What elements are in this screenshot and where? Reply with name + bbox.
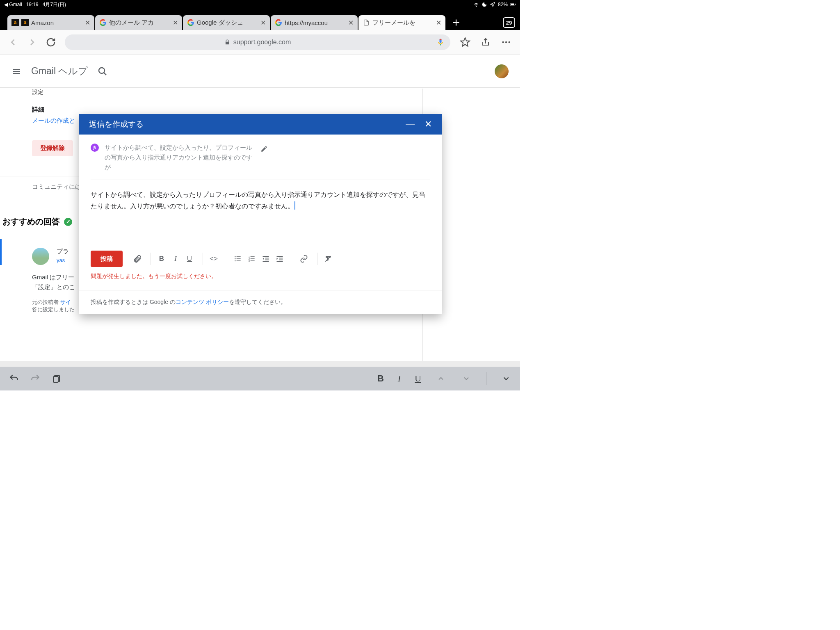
reply-modal: 返信を作成する — ✕ き サイトから調べて、設定から入ったり、プロフィールの写… xyxy=(79,114,442,314)
tab-freemail[interactable]: フリーメールを ✕ xyxy=(358,15,445,30)
content-policy-link[interactable]: コンテンツ ポリシー xyxy=(176,299,229,305)
error-message: 問題が発生しました。もう一度お試しください。 xyxy=(91,273,430,280)
share-button[interactable] xyxy=(480,37,491,48)
user-badge-icon: き xyxy=(91,144,99,152)
edit-subject-button[interactable] xyxy=(260,145,268,153)
tab-myaccount[interactable]: https://myaccou ✕ xyxy=(271,15,358,30)
tab-title: Amazon xyxy=(31,19,81,26)
code-button[interactable]: <> xyxy=(207,252,220,265)
answer-name: プラ xyxy=(57,248,69,256)
menu-button[interactable] xyxy=(11,66,21,76)
clear-format-button[interactable] xyxy=(322,252,335,265)
help-header: Gmail ヘルプ xyxy=(0,55,520,88)
text-cursor xyxy=(294,201,295,210)
kb-up-button[interactable] xyxy=(435,373,447,384)
attach-button[interactable] xyxy=(131,252,144,265)
italic-button[interactable]: I xyxy=(169,252,182,265)
battery-percent: 82% xyxy=(498,2,508,7)
location-icon xyxy=(490,2,495,7)
back-to-app[interactable]: ◀ Gmail xyxy=(4,2,22,7)
tab-google-dash[interactable]: Google ダッシュ ✕ xyxy=(183,15,270,30)
close-button[interactable]: ✕ xyxy=(425,119,432,130)
settings-label: 設定 xyxy=(32,89,488,96)
svg-rect-25 xyxy=(279,260,283,260)
address-host: support.google.com xyxy=(233,39,291,46)
tab-other-mail[interactable]: 他のメール アカ ✕ xyxy=(95,15,182,30)
reload-button[interactable] xyxy=(46,37,56,47)
compose-textarea[interactable]: サイトから調べて、設定から入ったりプロフィールの写真から入り指示通りアカウント追… xyxy=(91,180,430,243)
modal-title: 返信を作成する xyxy=(89,119,144,130)
subject-text: サイトから調べて、設定から入ったり、プロフィールの写真から入り指示通りアカウント… xyxy=(105,143,252,172)
battery-icon xyxy=(510,2,516,7)
indent-button[interactable] xyxy=(273,252,286,265)
svg-rect-17 xyxy=(251,258,255,259)
google-favicon-icon xyxy=(99,19,107,26)
tab-title: https://myaccou xyxy=(285,19,345,26)
tab-count-button[interactable]: 29 xyxy=(503,17,515,28)
outdent-button[interactable] xyxy=(259,252,272,265)
unsubscribe-button[interactable]: 登録解除 xyxy=(32,140,73,156)
svg-rect-2 xyxy=(516,4,516,5)
tab-title: フリーメールを xyxy=(372,19,432,27)
svg-rect-18 xyxy=(251,260,255,261)
undo-button[interactable] xyxy=(8,373,20,384)
status-time: 19:19 xyxy=(26,2,39,7)
link-button[interactable] xyxy=(297,252,310,265)
keyboard-gap xyxy=(0,361,520,367)
tab-amazon[interactable]: a a Amazon ✕ xyxy=(7,15,94,30)
post-button[interactable]: 投稿 xyxy=(91,251,123,267)
modal-footer: 投稿を作成するときは Google のコンテンツ ポリシーを遵守してください。 xyxy=(79,290,442,314)
search-button[interactable] xyxy=(98,66,107,76)
amazon-favicon-icon: a xyxy=(21,19,29,26)
avatar[interactable] xyxy=(495,64,509,78)
kb-down-button[interactable] xyxy=(461,373,472,384)
underline-button[interactable]: U xyxy=(183,252,196,265)
close-tab-icon[interactable]: ✕ xyxy=(84,19,91,26)
minimize-button[interactable]: — xyxy=(406,119,415,130)
new-tab-button[interactable] xyxy=(449,15,463,30)
kb-underline-button[interactable]: U xyxy=(415,373,421,384)
ios-status-bar: ◀ Gmail 19:19 4月7日(日) 82% xyxy=(0,0,520,9)
kb-bold-button[interactable]: B xyxy=(377,373,384,384)
number-list-button[interactable]: 123 xyxy=(245,252,258,265)
lock-icon xyxy=(224,39,230,45)
bookmark-button[interactable] xyxy=(459,37,471,48)
browser-toolbar: support.google.com xyxy=(0,30,520,55)
back-button[interactable] xyxy=(8,37,18,47)
kb-dismiss-button[interactable] xyxy=(500,373,512,384)
svg-point-4 xyxy=(505,41,507,43)
bold-button[interactable]: B xyxy=(155,252,168,265)
close-tab-icon[interactable]: ✕ xyxy=(435,19,442,26)
kb-italic-button[interactable]: I xyxy=(398,373,401,384)
tab-title: Google ダッシュ xyxy=(197,19,257,27)
bullet-list-button[interactable] xyxy=(231,252,244,265)
svg-rect-28 xyxy=(53,377,58,382)
mic-icon[interactable] xyxy=(436,38,445,46)
redo-button[interactable] xyxy=(30,373,41,384)
subject-row: き サイトから調べて、設定から入ったり、プロフィールの写真から入り指示通りアカウ… xyxy=(91,143,430,180)
svg-point-3 xyxy=(502,41,504,43)
page-title: Gmail ヘルプ xyxy=(31,65,88,78)
close-tab-icon[interactable]: ✕ xyxy=(259,19,267,26)
check-badge-icon: ✓ xyxy=(64,218,72,226)
moon-icon xyxy=(482,2,487,7)
wifi-icon xyxy=(473,2,479,7)
svg-point-6 xyxy=(99,68,105,73)
svg-rect-24 xyxy=(279,258,283,259)
answer-user[interactable]: yas xyxy=(57,257,69,263)
google-favicon-icon xyxy=(275,19,282,26)
svg-point-8 xyxy=(235,258,236,260)
clipboard-button[interactable] xyxy=(51,373,62,384)
forward-button[interactable] xyxy=(27,37,37,47)
svg-point-9 xyxy=(235,260,236,262)
more-button[interactable] xyxy=(500,37,512,48)
close-tab-icon[interactable]: ✕ xyxy=(171,19,179,26)
amazon-favicon-icon: a xyxy=(11,19,19,26)
close-tab-icon[interactable]: ✕ xyxy=(347,19,354,26)
svg-rect-20 xyxy=(265,258,269,259)
svg-rect-11 xyxy=(237,258,241,259)
svg-rect-22 xyxy=(263,261,269,262)
address-bar[interactable]: support.google.com xyxy=(65,34,450,50)
orig-link[interactable]: サイ xyxy=(60,299,71,305)
svg-point-7 xyxy=(235,256,236,258)
